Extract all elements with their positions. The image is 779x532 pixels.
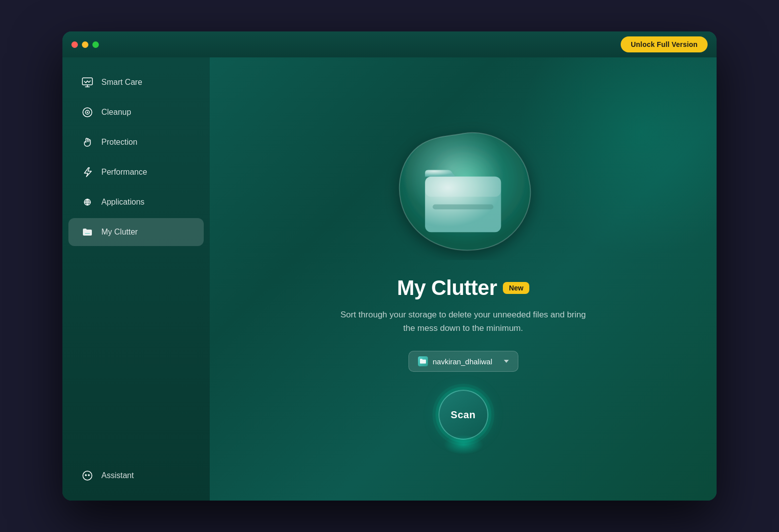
- sidebar-item-assistant[interactable]: Assistant: [68, 462, 204, 490]
- dropdown-value: navkiran_dhaliwal: [433, 357, 492, 366]
- sidebar-item-protection[interactable]: Protection: [68, 128, 204, 156]
- svg-point-8: [88, 474, 90, 476]
- sidebar-label-protection: Protection: [101, 138, 137, 147]
- new-badge: New: [503, 282, 529, 294]
- svg-point-7: [85, 474, 87, 476]
- svg-point-9: [86, 475, 86, 475]
- sidebar-item-cleanup[interactable]: Cleanup: [68, 98, 204, 126]
- assistant-icon: [80, 469, 94, 483]
- svg-point-6: [83, 471, 92, 480]
- app-window: Unlock Full Version Smart Care: [62, 31, 717, 501]
- cleanup-icon: [80, 105, 94, 119]
- svg-rect-5: [85, 233, 90, 234]
- svg-point-3: [87, 112, 88, 113]
- unlock-full-version-button[interactable]: Unlock Full Version: [621, 36, 708, 52]
- svg-rect-12: [433, 204, 494, 209]
- lightning-icon: [80, 165, 94, 179]
- app-body: Smart Care Cleanup Pro: [62, 57, 717, 501]
- sidebar-item-applications[interactable]: Applications: [68, 188, 204, 216]
- dropdown-folder-icon: [418, 356, 428, 366]
- maximize-button[interactable]: [92, 41, 99, 48]
- traffic-lights: [71, 41, 99, 48]
- chevron-down-icon: [504, 360, 509, 363]
- sidebar-label-smart-care: Smart Care: [101, 78, 142, 87]
- svg-rect-13: [425, 176, 501, 197]
- sidebar-label-cleanup: Cleanup: [101, 108, 131, 117]
- title-row: My Clutter New: [397, 276, 529, 300]
- sidebar: Smart Care Cleanup Pro: [62, 57, 210, 501]
- feature-description: Sort through your storage to delete your…: [339, 308, 588, 335]
- monitor-icon: [80, 75, 94, 89]
- folder-dropdown[interactable]: navkiran_dhaliwal: [408, 351, 518, 372]
- title-bar: Unlock Full Version: [62, 31, 717, 57]
- main-content: My Clutter New Sort through your storage…: [210, 57, 717, 501]
- feature-title: My Clutter: [397, 276, 497, 300]
- scan-button[interactable]: Scan: [438, 390, 488, 440]
- minimize-button[interactable]: [82, 41, 88, 48]
- dropdown-wrapper: navkiran_dhaliwal: [408, 351, 518, 372]
- sidebar-item-my-clutter[interactable]: My Clutter: [68, 218, 204, 246]
- close-button[interactable]: [71, 41, 78, 48]
- hand-icon: [80, 135, 94, 149]
- svg-point-10: [89, 475, 89, 475]
- sidebar-item-smart-care[interactable]: Smart Care: [68, 68, 204, 96]
- folder-icon: [80, 225, 94, 239]
- dropdown-left: navkiran_dhaliwal: [418, 356, 492, 366]
- scan-button-wrapper: Scan: [438, 390, 488, 440]
- sidebar-label-applications: Applications: [101, 198, 144, 207]
- sidebar-item-performance[interactable]: Performance: [68, 158, 204, 186]
- sidebar-label-my-clutter: My Clutter: [101, 228, 138, 237]
- sidebar-label-performance: Performance: [101, 168, 147, 177]
- apps-icon: [80, 195, 94, 209]
- sidebar-label-assistant: Assistant: [101, 471, 134, 480]
- hero-icon: [382, 118, 544, 260]
